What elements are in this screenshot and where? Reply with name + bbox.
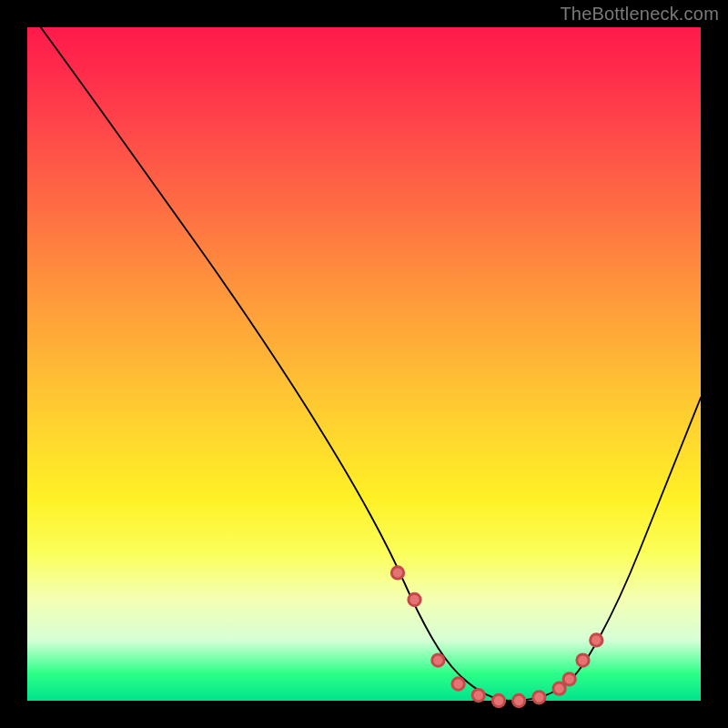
marker-dot bbox=[391, 567, 403, 579]
marker-dot bbox=[591, 634, 602, 646]
marker-dot bbox=[472, 689, 484, 701]
marker-group bbox=[391, 567, 602, 707]
marker-dot bbox=[409, 593, 420, 605]
marker-dot bbox=[563, 673, 575, 685]
marker-dot bbox=[553, 682, 565, 694]
marker-dot bbox=[452, 678, 464, 690]
marker-dot bbox=[533, 692, 545, 703]
chart-frame: TheBottleneck.com bbox=[0, 0, 728, 728]
plot-area bbox=[27, 27, 701, 701]
marker-dot bbox=[513, 694, 525, 706]
watermark-label: TheBottleneck.com bbox=[560, 4, 719, 25]
bottleneck-curve bbox=[41, 27, 701, 701]
marker-dot bbox=[492, 694, 504, 706]
chart-svg bbox=[27, 27, 701, 701]
marker-dot bbox=[432, 654, 444, 666]
marker-dot bbox=[577, 654, 589, 666]
